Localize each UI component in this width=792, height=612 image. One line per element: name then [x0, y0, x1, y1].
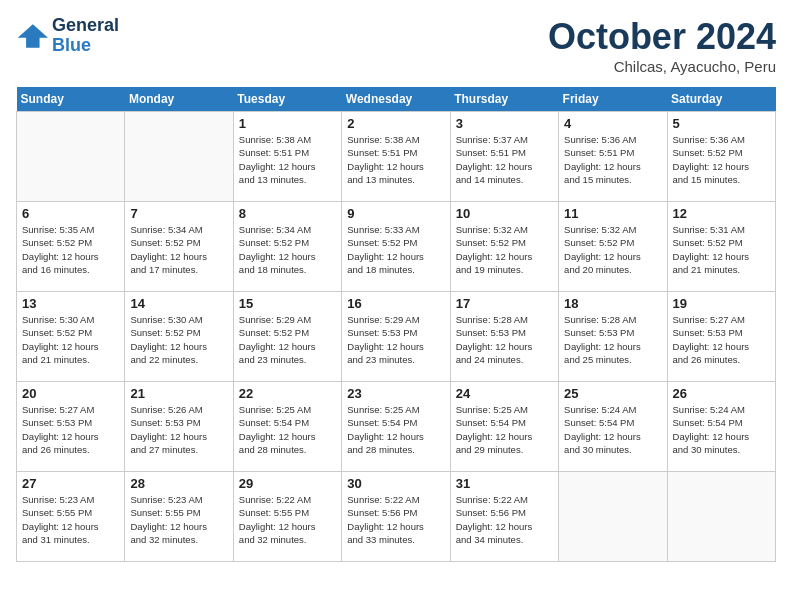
calendar-cell: 21Sunrise: 5:26 AM Sunset: 5:53 PM Dayli…	[125, 382, 233, 472]
header-saturday: Saturday	[667, 87, 775, 112]
calendar-cell: 27Sunrise: 5:23 AM Sunset: 5:55 PM Dayli…	[17, 472, 125, 562]
calendar-cell	[667, 472, 775, 562]
calendar-cell	[125, 112, 233, 202]
day-number: 10	[456, 206, 553, 221]
day-info: Sunrise: 5:29 AM Sunset: 5:53 PM Dayligh…	[347, 313, 444, 366]
day-info: Sunrise: 5:25 AM Sunset: 5:54 PM Dayligh…	[456, 403, 553, 456]
header-monday: Monday	[125, 87, 233, 112]
calendar-cell: 18Sunrise: 5:28 AM Sunset: 5:53 PM Dayli…	[559, 292, 667, 382]
day-info: Sunrise: 5:28 AM Sunset: 5:53 PM Dayligh…	[564, 313, 661, 366]
header-wednesday: Wednesday	[342, 87, 450, 112]
day-number: 14	[130, 296, 227, 311]
day-number: 8	[239, 206, 336, 221]
location-subtitle: Chilcas, Ayacucho, Peru	[548, 58, 776, 75]
day-info: Sunrise: 5:35 AM Sunset: 5:52 PM Dayligh…	[22, 223, 119, 276]
week-row-1: 1Sunrise: 5:38 AM Sunset: 5:51 PM Daylig…	[17, 112, 776, 202]
calendar-cell: 13Sunrise: 5:30 AM Sunset: 5:52 PM Dayli…	[17, 292, 125, 382]
calendar-cell: 31Sunrise: 5:22 AM Sunset: 5:56 PM Dayli…	[450, 472, 558, 562]
day-info: Sunrise: 5:30 AM Sunset: 5:52 PM Dayligh…	[130, 313, 227, 366]
day-number: 15	[239, 296, 336, 311]
day-number: 13	[22, 296, 119, 311]
day-info: Sunrise: 5:31 AM Sunset: 5:52 PM Dayligh…	[673, 223, 770, 276]
day-info: Sunrise: 5:22 AM Sunset: 5:56 PM Dayligh…	[456, 493, 553, 546]
calendar-cell: 5Sunrise: 5:36 AM Sunset: 5:52 PM Daylig…	[667, 112, 775, 202]
calendar-cell: 11Sunrise: 5:32 AM Sunset: 5:52 PM Dayli…	[559, 202, 667, 292]
calendar-cell: 16Sunrise: 5:29 AM Sunset: 5:53 PM Dayli…	[342, 292, 450, 382]
day-number: 11	[564, 206, 661, 221]
day-number: 19	[673, 296, 770, 311]
day-number: 31	[456, 476, 553, 491]
day-number: 2	[347, 116, 444, 131]
day-number: 17	[456, 296, 553, 311]
day-info: Sunrise: 5:25 AM Sunset: 5:54 PM Dayligh…	[347, 403, 444, 456]
day-info: Sunrise: 5:32 AM Sunset: 5:52 PM Dayligh…	[456, 223, 553, 276]
day-number: 5	[673, 116, 770, 131]
week-row-5: 27Sunrise: 5:23 AM Sunset: 5:55 PM Dayli…	[17, 472, 776, 562]
day-info: Sunrise: 5:24 AM Sunset: 5:54 PM Dayligh…	[564, 403, 661, 456]
day-info: Sunrise: 5:23 AM Sunset: 5:55 PM Dayligh…	[22, 493, 119, 546]
calendar-cell: 28Sunrise: 5:23 AM Sunset: 5:55 PM Dayli…	[125, 472, 233, 562]
header-thursday: Thursday	[450, 87, 558, 112]
calendar-cell: 3Sunrise: 5:37 AM Sunset: 5:51 PM Daylig…	[450, 112, 558, 202]
day-number: 20	[22, 386, 119, 401]
day-info: Sunrise: 5:30 AM Sunset: 5:52 PM Dayligh…	[22, 313, 119, 366]
header-friday: Friday	[559, 87, 667, 112]
calendar-cell: 14Sunrise: 5:30 AM Sunset: 5:52 PM Dayli…	[125, 292, 233, 382]
day-info: Sunrise: 5:38 AM Sunset: 5:51 PM Dayligh…	[239, 133, 336, 186]
calendar-cell: 29Sunrise: 5:22 AM Sunset: 5:55 PM Dayli…	[233, 472, 341, 562]
day-info: Sunrise: 5:27 AM Sunset: 5:53 PM Dayligh…	[673, 313, 770, 366]
day-number: 30	[347, 476, 444, 491]
day-number: 23	[347, 386, 444, 401]
calendar-cell: 1Sunrise: 5:38 AM Sunset: 5:51 PM Daylig…	[233, 112, 341, 202]
day-number: 9	[347, 206, 444, 221]
calendar-cell: 9Sunrise: 5:33 AM Sunset: 5:52 PM Daylig…	[342, 202, 450, 292]
logo-line1: General	[52, 16, 119, 36]
calendar-table: SundayMondayTuesdayWednesdayThursdayFrid…	[16, 87, 776, 562]
calendar-cell: 24Sunrise: 5:25 AM Sunset: 5:54 PM Dayli…	[450, 382, 558, 472]
calendar-cell: 15Sunrise: 5:29 AM Sunset: 5:52 PM Dayli…	[233, 292, 341, 382]
day-info: Sunrise: 5:36 AM Sunset: 5:51 PM Dayligh…	[564, 133, 661, 186]
calendar-cell: 10Sunrise: 5:32 AM Sunset: 5:52 PM Dayli…	[450, 202, 558, 292]
day-number: 26	[673, 386, 770, 401]
day-info: Sunrise: 5:34 AM Sunset: 5:52 PM Dayligh…	[130, 223, 227, 276]
header-row: SundayMondayTuesdayWednesdayThursdayFrid…	[17, 87, 776, 112]
day-info: Sunrise: 5:28 AM Sunset: 5:53 PM Dayligh…	[456, 313, 553, 366]
day-number: 7	[130, 206, 227, 221]
day-number: 18	[564, 296, 661, 311]
day-number: 6	[22, 206, 119, 221]
day-info: Sunrise: 5:29 AM Sunset: 5:52 PM Dayligh…	[239, 313, 336, 366]
calendar-cell: 25Sunrise: 5:24 AM Sunset: 5:54 PM Dayli…	[559, 382, 667, 472]
day-info: Sunrise: 5:36 AM Sunset: 5:52 PM Dayligh…	[673, 133, 770, 186]
calendar-cell	[17, 112, 125, 202]
svg-marker-0	[18, 24, 48, 48]
month-title: October 2024	[548, 16, 776, 58]
day-number: 1	[239, 116, 336, 131]
day-number: 28	[130, 476, 227, 491]
calendar-cell: 30Sunrise: 5:22 AM Sunset: 5:56 PM Dayli…	[342, 472, 450, 562]
calendar-cell: 20Sunrise: 5:27 AM Sunset: 5:53 PM Dayli…	[17, 382, 125, 472]
day-info: Sunrise: 5:27 AM Sunset: 5:53 PM Dayligh…	[22, 403, 119, 456]
day-info: Sunrise: 5:24 AM Sunset: 5:54 PM Dayligh…	[673, 403, 770, 456]
calendar-cell: 2Sunrise: 5:38 AM Sunset: 5:51 PM Daylig…	[342, 112, 450, 202]
day-number: 4	[564, 116, 661, 131]
day-info: Sunrise: 5:34 AM Sunset: 5:52 PM Dayligh…	[239, 223, 336, 276]
logo: General Blue	[16, 16, 119, 56]
day-info: Sunrise: 5:22 AM Sunset: 5:55 PM Dayligh…	[239, 493, 336, 546]
day-info: Sunrise: 5:37 AM Sunset: 5:51 PM Dayligh…	[456, 133, 553, 186]
logo-icon	[16, 22, 48, 50]
day-info: Sunrise: 5:23 AM Sunset: 5:55 PM Dayligh…	[130, 493, 227, 546]
calendar-cell: 19Sunrise: 5:27 AM Sunset: 5:53 PM Dayli…	[667, 292, 775, 382]
week-row-4: 20Sunrise: 5:27 AM Sunset: 5:53 PM Dayli…	[17, 382, 776, 472]
day-info: Sunrise: 5:38 AM Sunset: 5:51 PM Dayligh…	[347, 133, 444, 186]
day-number: 16	[347, 296, 444, 311]
day-number: 29	[239, 476, 336, 491]
page-header: General Blue October 2024 Chilcas, Ayacu…	[16, 16, 776, 75]
calendar-cell: 17Sunrise: 5:28 AM Sunset: 5:53 PM Dayli…	[450, 292, 558, 382]
header-tuesday: Tuesday	[233, 87, 341, 112]
day-number: 27	[22, 476, 119, 491]
day-number: 12	[673, 206, 770, 221]
day-info: Sunrise: 5:26 AM Sunset: 5:53 PM Dayligh…	[130, 403, 227, 456]
calendar-cell: 26Sunrise: 5:24 AM Sunset: 5:54 PM Dayli…	[667, 382, 775, 472]
week-row-2: 6Sunrise: 5:35 AM Sunset: 5:52 PM Daylig…	[17, 202, 776, 292]
week-row-3: 13Sunrise: 5:30 AM Sunset: 5:52 PM Dayli…	[17, 292, 776, 382]
